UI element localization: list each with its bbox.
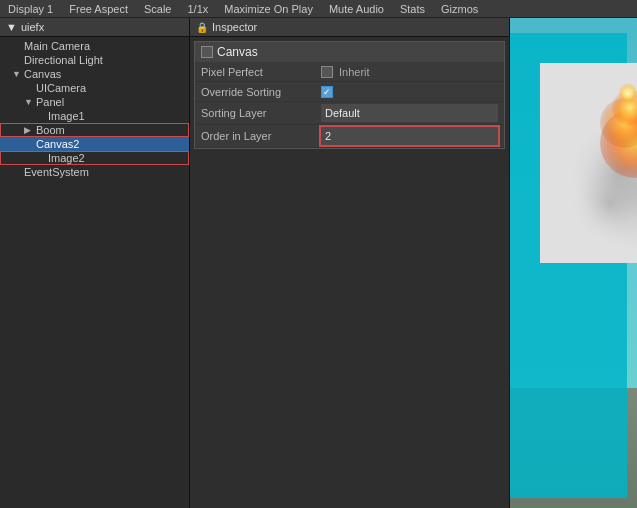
ui-canvas-overlay [510, 33, 627, 498]
hierarchy-item-image2[interactable]: Image2 [0, 151, 189, 165]
tree-item-label: UICamera [36, 82, 185, 94]
explosion-canvas [540, 63, 637, 263]
inspector-panel: 🔒 Inspector Canvas Pixel Perfect Inherit… [190, 18, 510, 508]
pixel-perfect-checkbox[interactable] [321, 66, 333, 78]
hierarchy-content[interactable]: Main CameraDirectional Light▼CanvasUICam… [0, 37, 189, 508]
pixel-perfect-checkbox-wrapper[interactable] [321, 66, 333, 78]
pixel-perfect-field: Pixel Perfect Inherit [195, 62, 504, 82]
gizmos-label[interactable]: Gizmos [437, 3, 482, 15]
scale-value: 1/1x [183, 3, 212, 15]
order-in-layer-input[interactable] [321, 127, 498, 145]
tree-item-label: EventSystem [24, 166, 185, 178]
order-in-layer-field: Order in Layer [195, 125, 504, 148]
canvas-component-header: Canvas [195, 42, 504, 62]
tree-item-label: Image1 [48, 110, 185, 122]
scene-view [510, 18, 637, 508]
top-toolbar: Display 1 Free Aspect Scale 1/1x Maximiz… [0, 0, 637, 18]
tree-item-label: Main Camera [24, 40, 185, 52]
hierarchy-item-boom[interactable]: ▶Boom [0, 123, 189, 137]
hierarchy-title: uiefx [21, 21, 44, 33]
tree-item-label: Boom [36, 124, 185, 136]
tree-item-label: Panel [36, 96, 185, 108]
hierarchy-item-main-camera[interactable]: Main Camera [0, 39, 189, 53]
tree-item-label: Canvas [24, 68, 185, 80]
inspector-header: 🔒 Inspector [190, 18, 509, 37]
checkmark-icon: ✓ [323, 87, 331, 97]
inherit-value: Inherit [339, 66, 370, 78]
override-sorting-checkbox[interactable]: ✓ [321, 86, 333, 98]
hierarchy-item-canvas[interactable]: ▼Canvas [0, 67, 189, 81]
canvas-component-label: Canvas [217, 45, 258, 59]
tree-item-label: Canvas2 [36, 138, 185, 150]
order-in-layer-label: Order in Layer [201, 130, 321, 142]
hierarchy-item-eventsystem[interactable]: EventSystem [0, 165, 189, 179]
override-sorting-field: Override Sorting ✓ [195, 82, 504, 102]
inspector-title: Inspector [212, 21, 257, 33]
display-label[interactable]: Display 1 [4, 3, 57, 15]
override-sorting-label: Override Sorting [201, 86, 321, 98]
scale-label: Scale [140, 3, 176, 15]
sorting-layer-input[interactable] [321, 104, 498, 122]
lock-icon: 🔒 [196, 22, 208, 33]
tree-arrow-icon: ▼ [12, 69, 24, 79]
tree-arrow-icon: ▶ [24, 125, 36, 135]
hierarchy-arrow-icon: ▼ [6, 21, 17, 33]
stats-label[interactable]: Stats [396, 3, 429, 15]
pixel-perfect-label: Pixel Perfect [201, 66, 321, 78]
tree-arrow-icon: ▼ [24, 97, 36, 107]
hierarchy-panel: ▼ uiefx Main CameraDirectional Light▼Can… [0, 18, 190, 508]
hierarchy-item-panel[interactable]: ▼Panel [0, 95, 189, 109]
tree-item-label: Directional Light [24, 54, 185, 66]
maximize-label[interactable]: Maximize On Play [220, 3, 317, 15]
tree-item-label: Image2 [48, 152, 185, 164]
hierarchy-item-uicamera[interactable]: UICamera [0, 81, 189, 95]
main-layout: ▼ uiefx Main CameraDirectional Light▼Can… [0, 18, 637, 508]
explosion-image [540, 63, 637, 263]
mute-label[interactable]: Mute Audio [325, 3, 388, 15]
sorting-layer-label: Sorting Layer [201, 107, 321, 119]
hierarchy-item-directional-light[interactable]: Directional Light [0, 53, 189, 67]
hierarchy-header: ▼ uiefx [0, 18, 189, 37]
canvas-component: Canvas Pixel Perfect Inherit Override So… [194, 41, 505, 149]
component-enabled-checkbox[interactable] [201, 46, 213, 58]
hierarchy-item-image1[interactable]: Image1 [0, 109, 189, 123]
aspect-label[interactable]: Free Aspect [65, 3, 132, 15]
sorting-layer-field: Sorting Layer [195, 102, 504, 125]
hierarchy-item-canvas2[interactable]: Canvas2 [0, 137, 189, 151]
